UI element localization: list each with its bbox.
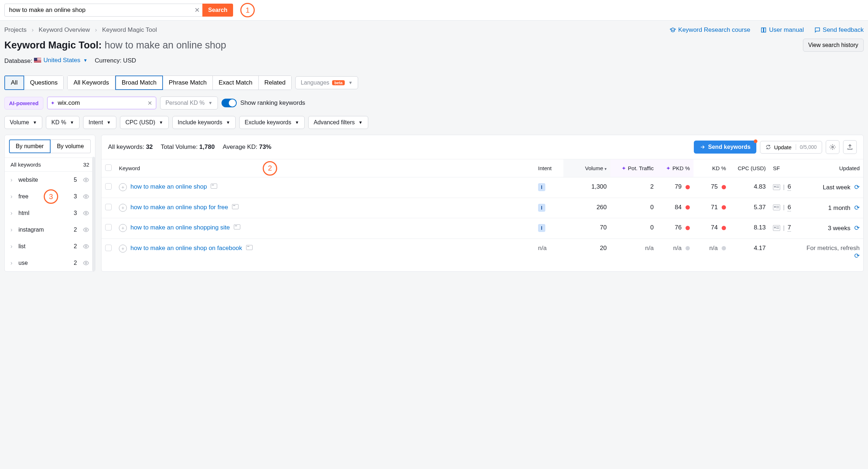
chevron-down-icon: ▼ xyxy=(33,120,37,125)
db-selector[interactable]: United States▼ xyxy=(34,57,87,64)
sidebar-item-html[interactable]: ›html3 xyxy=(5,205,95,221)
eye-icon[interactable] xyxy=(83,227,89,233)
manual-link[interactable]: User manual xyxy=(760,26,804,34)
side-all-label[interactable]: All keywords xyxy=(10,162,41,168)
crumb-overview[interactable]: Keyword Overview xyxy=(39,26,90,34)
search-input[interactable] xyxy=(4,4,204,17)
tab-related[interactable]: Related xyxy=(259,76,292,90)
add-keyword-button[interactable]: + xyxy=(119,204,127,212)
summary-kd-value: 73% xyxy=(259,143,271,150)
match-segment: All Keywords Broad Match Phrase Match Ex… xyxy=(67,76,292,90)
page-subtitle: how to make an online shop xyxy=(105,40,226,51)
settings-button[interactable] xyxy=(826,140,839,154)
crumb-projects[interactable]: Projects xyxy=(4,26,26,34)
col-cpc[interactable]: CPC (USD) xyxy=(730,159,769,177)
tab-broad[interactable]: Broad Match xyxy=(115,76,163,90)
side-tab-number[interactable]: By number xyxy=(9,139,51,153)
table-row: +how to make an online shop on facebook … xyxy=(102,238,863,266)
sparkle-icon: ✦ xyxy=(622,165,626,171)
domain-input[interactable] xyxy=(58,99,145,107)
intent-badge: I xyxy=(538,204,545,212)
col-volume[interactable]: Volume▾ xyxy=(563,159,610,177)
keyword-link[interactable]: how to make an online shop xyxy=(130,183,207,190)
filter-intent[interactable]: Intent▼ xyxy=(83,116,116,129)
keyword-link[interactable]: how to make an online shop for free xyxy=(130,204,228,211)
update-button[interactable]: Update0/5,000 xyxy=(760,141,822,154)
tab-allkw[interactable]: All Keywords xyxy=(67,76,115,90)
sidebar-item-website[interactable]: ›website5 xyxy=(5,172,95,188)
add-keyword-button[interactable]: + xyxy=(119,224,127,232)
callout-3: 3 xyxy=(44,189,58,204)
results-panel: All keywords: 32 Total Volume: 1,780 Ave… xyxy=(101,135,864,272)
ranking-toggle[interactable] xyxy=(222,99,237,107)
history-button[interactable]: View search history xyxy=(803,39,864,52)
col-pkd[interactable]: ✦ PKD % xyxy=(657,159,693,177)
add-keyword-button[interactable]: + xyxy=(119,245,127,253)
export-button[interactable] xyxy=(843,140,857,154)
col-pot-traffic[interactable]: ✦ Pot. Traffic xyxy=(610,159,657,177)
col-keyword[interactable]: Keyword2 xyxy=(115,159,534,177)
eye-icon[interactable] xyxy=(83,210,89,216)
tab-exact[interactable]: Exact Match xyxy=(213,76,259,90)
filter-cpc-usd-[interactable]: CPC (USD)▼ xyxy=(120,116,169,129)
eye-icon[interactable] xyxy=(83,193,89,200)
serp-features-icon[interactable] xyxy=(773,184,780,190)
chevron-down-icon: ▼ xyxy=(107,120,111,125)
eye-icon[interactable] xyxy=(83,243,89,250)
filter-volume[interactable]: Volume▼ xyxy=(4,116,42,129)
keyword-link[interactable]: how to make an online shop on facebook xyxy=(130,245,242,251)
eye-icon[interactable] xyxy=(83,177,89,183)
tab-all[interactable]: All xyxy=(4,76,24,90)
refresh-icon xyxy=(765,144,771,150)
row-checkbox[interactable] xyxy=(105,245,112,251)
col-updated[interactable]: Updated xyxy=(798,159,863,177)
course-link[interactable]: Keyword Research course xyxy=(670,26,750,34)
serp-features-icon[interactable] xyxy=(773,205,780,210)
refresh-row-icon[interactable]: ⟳ xyxy=(854,224,860,232)
refresh-row-icon[interactable]: ⟳ xyxy=(854,204,860,211)
filter-advanced-filters[interactable]: Advanced filters▼ xyxy=(308,116,368,129)
serp-features-icon[interactable] xyxy=(773,225,780,231)
col-intent[interactable]: Intent xyxy=(534,159,563,177)
serp-icon[interactable] xyxy=(211,184,217,189)
sidebar-item-list[interactable]: ›list2 xyxy=(5,238,95,255)
summary-allkw-value: 32 xyxy=(146,143,153,150)
side-tab-volume[interactable]: By volume xyxy=(51,139,91,153)
summary-vol-label: Total Volume: xyxy=(161,143,199,150)
sidebar-item-free[interactable]: ›free33 xyxy=(5,188,95,205)
filter-kd-[interactable]: KD %▼ xyxy=(46,116,80,129)
col-kd[interactable]: KD % xyxy=(693,159,730,177)
col-sf[interactable]: SF xyxy=(769,159,798,177)
serp-icon[interactable] xyxy=(234,224,240,229)
row-checkbox[interactable] xyxy=(105,224,112,231)
refresh-row-icon[interactable]: ⟳ xyxy=(854,184,860,191)
row-checkbox[interactable] xyxy=(105,204,112,210)
keyword-link[interactable]: how to make an online shopping site xyxy=(130,224,230,231)
chevron-down-icon: ▼ xyxy=(70,120,74,125)
search-button[interactable]: Search xyxy=(202,4,233,17)
refresh-row-icon[interactable]: ⟳ xyxy=(854,252,860,259)
currency-value: USD xyxy=(123,57,136,64)
tab-phrase[interactable]: Phrase Match xyxy=(163,76,213,90)
filter-exclude-keywords[interactable]: Exclude keywords▼ xyxy=(239,116,305,129)
pkd-selector[interactable]: Personal KD %▼ xyxy=(160,96,218,109)
clear-domain-icon[interactable]: ✕ xyxy=(147,100,152,107)
feedback-link[interactable]: Send feedback xyxy=(814,26,864,34)
svg-point-6 xyxy=(832,146,834,148)
arrow-icon xyxy=(700,144,705,150)
row-checkbox[interactable] xyxy=(105,183,112,190)
serp-icon[interactable] xyxy=(246,245,253,250)
eye-icon[interactable] xyxy=(83,260,89,266)
sidebar-item-use[interactable]: ›use2 xyxy=(5,255,95,271)
serp-icon[interactable] xyxy=(232,204,239,209)
filter-include-keywords[interactable]: Include keywords▼ xyxy=(172,116,236,129)
clear-icon[interactable]: ✕ xyxy=(194,6,200,14)
sparkle-icon: ✦ xyxy=(666,165,671,171)
sidebar-item-instagram[interactable]: ›instagram2 xyxy=(5,221,95,238)
chevron-down-icon: ▼ xyxy=(348,80,353,85)
language-selector[interactable]: Languagesbeta▼ xyxy=(295,76,358,89)
select-all-checkbox[interactable] xyxy=(105,164,112,171)
send-keywords-button[interactable]: Send keywords xyxy=(694,141,756,154)
add-keyword-button[interactable]: + xyxy=(119,183,127,191)
tab-questions[interactable]: Questions xyxy=(24,76,64,90)
